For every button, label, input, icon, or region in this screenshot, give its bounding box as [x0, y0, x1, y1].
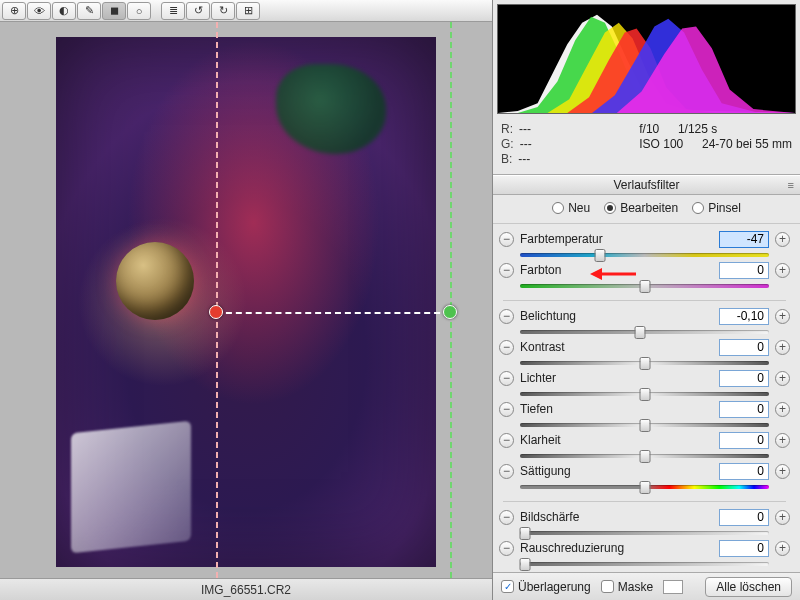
clarity-value-input[interactable]: [719, 432, 769, 449]
contrast-label: Kontrast: [520, 340, 713, 354]
square-tool-button[interactable]: ◼: [102, 2, 126, 20]
saturation-slider[interactable]: [520, 482, 769, 493]
brush-tool-button[interactable]: ✎: [77, 2, 101, 20]
meta-shutter: 1/125 s: [678, 122, 717, 136]
highlights-minus-button[interactable]: −: [499, 371, 514, 386]
meta-r-label: R:: [501, 122, 513, 136]
gradient-axis-line[interactable]: [216, 312, 450, 314]
tint-label: Farbton: [520, 263, 713, 277]
highlights-label: Lichter: [520, 371, 713, 385]
rotate-ccw-tool-button[interactable]: ↺: [186, 2, 210, 20]
tool-toolbar: ⊕👁◐✎◼○≣↺↻⊞: [0, 0, 492, 22]
photo-preview: [56, 37, 436, 567]
mode-selector: Neu Bearbeiten Pinsel: [493, 195, 800, 224]
panel-footer: Überlagerung Maske Alle löschen: [493, 572, 800, 600]
mask-color-swatch[interactable]: [663, 580, 683, 594]
exposure-label: Belichtung: [520, 309, 713, 323]
meta-lens: 24-70 bei 55 mm: [702, 137, 792, 151]
saturation-label: Sättigung: [520, 464, 713, 478]
image-canvas[interactable]: [0, 22, 492, 578]
histogram: [497, 4, 796, 114]
temp-label: Farbtemperatur: [520, 232, 713, 246]
filename-label: IMG_66551.CR2: [201, 583, 291, 597]
gradient-start-line[interactable]: [216, 22, 218, 578]
highlights-plus-button[interactable]: +: [775, 371, 790, 386]
temp-value-input[interactable]: [719, 231, 769, 248]
clarity-minus-button[interactable]: −: [499, 433, 514, 448]
clear-all-button[interactable]: Alle löschen: [705, 577, 792, 597]
grid-tool-button[interactable]: ⊞: [236, 2, 260, 20]
tint-minus-button[interactable]: −: [499, 263, 514, 278]
sharpness-label: Bildschärfe: [520, 510, 713, 524]
zoom-tool-button[interactable]: ⊕: [2, 2, 26, 20]
shadows-minus-button[interactable]: −: [499, 402, 514, 417]
contrast-value-input[interactable]: [719, 339, 769, 356]
shadows-value-input[interactable]: [719, 401, 769, 418]
clarity-slider[interactable]: [520, 451, 769, 462]
gradient-end-line[interactable]: [450, 22, 452, 578]
sliders-panel: −Farbtemperatur+−Farbton+−Belichtung+−Ko…: [493, 224, 800, 572]
panel-header: Verlaufsfilter ≡: [493, 175, 800, 195]
noise-plus-button[interactable]: +: [775, 541, 790, 556]
filename-bar: IMG_66551.CR2: [0, 578, 492, 600]
sharpness-plus-button[interactable]: +: [775, 510, 790, 525]
clarity-label: Klarheit: [520, 433, 713, 447]
temp-slider[interactable]: [520, 250, 769, 261]
saturation-value-input[interactable]: [719, 463, 769, 480]
sharpness-value-input[interactable]: [719, 509, 769, 526]
sharpness-slider[interactable]: [520, 528, 769, 539]
exposure-slider[interactable]: [520, 327, 769, 338]
highlights-slider[interactable]: [520, 389, 769, 400]
eye-tool-button[interactable]: 👁: [27, 2, 51, 20]
exposure-value-input[interactable]: [719, 308, 769, 325]
mode-brush-radio[interactable]: Pinsel: [692, 201, 741, 215]
temp-minus-button[interactable]: −: [499, 232, 514, 247]
meta-g-value: ---: [520, 137, 532, 151]
shadows-label: Tiefen: [520, 402, 713, 416]
circle-tool-button[interactable]: ○: [127, 2, 151, 20]
noise-value-input[interactable]: [719, 540, 769, 557]
gradient-end-handle[interactable]: [443, 305, 457, 319]
tint-plus-button[interactable]: +: [775, 263, 790, 278]
mode-new-radio[interactable]: Neu: [552, 201, 590, 215]
shadows-plus-button[interactable]: +: [775, 402, 790, 417]
meta-b-label: B:: [501, 152, 512, 166]
gradient-start-handle[interactable]: [209, 305, 223, 319]
tint-slider[interactable]: [520, 281, 769, 292]
metadata-panel: R:--- G:--- B:--- f/10 1/125 s ISO 100 2…: [493, 118, 800, 175]
saturation-plus-button[interactable]: +: [775, 464, 790, 479]
noise-minus-button[interactable]: −: [499, 541, 514, 556]
meta-b-value: ---: [518, 152, 530, 166]
meta-g-label: G:: [501, 137, 514, 151]
list-tool-button[interactable]: ≣: [161, 2, 185, 20]
panel-title: Verlaufsfilter: [613, 178, 679, 192]
panel-menu-icon[interactable]: ≡: [788, 179, 794, 191]
clarity-plus-button[interactable]: +: [775, 433, 790, 448]
contrast-slider[interactable]: [520, 358, 769, 369]
contrast-plus-button[interactable]: +: [775, 340, 790, 355]
contrast-minus-button[interactable]: −: [499, 340, 514, 355]
temp-plus-button[interactable]: +: [775, 232, 790, 247]
meta-iso: ISO 100: [639, 137, 683, 151]
noise-label: Rauschreduzierung: [520, 541, 713, 555]
mode-edit-radio[interactable]: Bearbeiten: [604, 201, 678, 215]
tint-value-input[interactable]: [719, 262, 769, 279]
meta-r-value: ---: [519, 122, 531, 136]
shadows-slider[interactable]: [520, 420, 769, 431]
exposure-plus-button[interactable]: +: [775, 309, 790, 324]
meta-aperture: f/10: [639, 122, 659, 136]
noise-slider[interactable]: [520, 559, 769, 570]
sharpness-minus-button[interactable]: −: [499, 510, 514, 525]
rotate-cw-tool-button[interactable]: ↻: [211, 2, 235, 20]
saturation-minus-button[interactable]: −: [499, 464, 514, 479]
mask-checkbox[interactable]: Maske: [601, 580, 653, 594]
highlights-value-input[interactable]: [719, 370, 769, 387]
overlay-checkbox[interactable]: Überlagerung: [501, 580, 591, 594]
exposure-minus-button[interactable]: −: [499, 309, 514, 324]
sample-tool-button[interactable]: ◐: [52, 2, 76, 20]
